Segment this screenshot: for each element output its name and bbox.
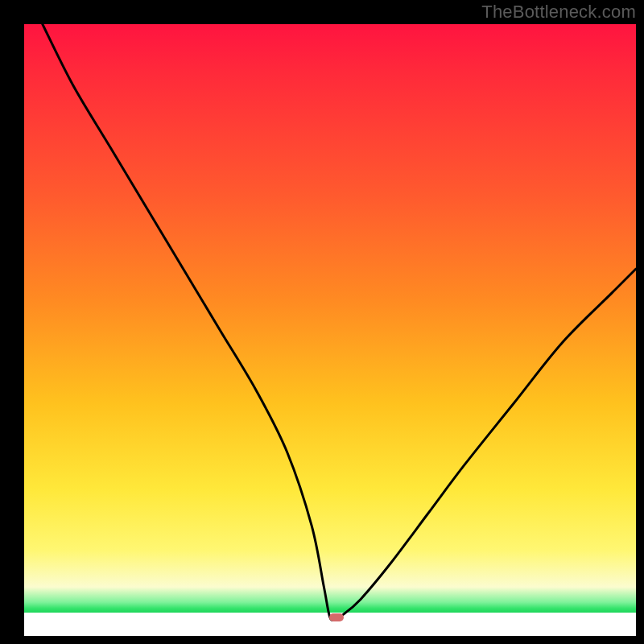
watermark-text: TheBottleneck.com bbox=[481, 2, 636, 23]
curve-svg bbox=[24, 24, 636, 636]
optimum-marker bbox=[329, 613, 344, 621]
chart-frame: TheBottleneck.com bbox=[0, 0, 644, 644]
plot-area bbox=[24, 24, 636, 636]
bottleneck-curve-path bbox=[43, 24, 636, 620]
